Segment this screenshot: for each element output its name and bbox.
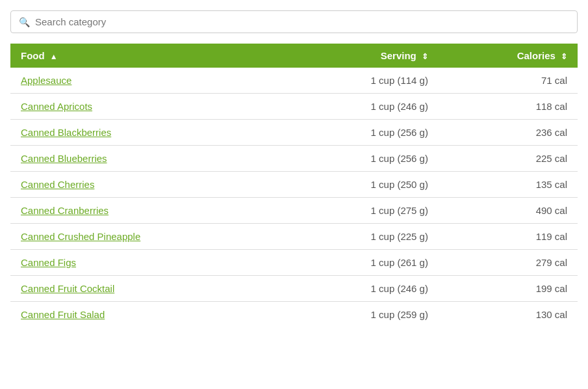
calories-cell: 118 cal [439,94,578,120]
serving-cell: 1 cup (114 g) [285,68,439,94]
col-header-serving[interactable]: Serving ⇕ [285,44,439,68]
table-row: Canned Cranberries1 cup (275 g)490 cal [10,198,578,224]
calories-cell: 279 cal [439,250,578,276]
food-cell: Applesauce [10,68,285,94]
food-link[interactable]: Canned Fruit Cocktail [21,283,114,294]
col-serving-label: Serving [381,50,416,61]
serving-cell: 1 cup (256 g) [285,146,439,172]
food-link[interactable]: Canned Fruit Salad [21,309,105,320]
food-link[interactable]: Canned Blueberries [21,153,107,164]
food-cell: Canned Crushed Pineapple [10,224,285,250]
serving-cell: 1 cup (250 g) [285,172,439,198]
food-link[interactable]: Canned Crushed Pineapple [21,231,140,242]
calories-cell: 490 cal [439,198,578,224]
table-row: Canned Blueberries1 cup (256 g)225 cal [10,146,578,172]
serving-cell: 1 cup (275 g) [285,198,439,224]
col-header-calories[interactable]: Calories ⇕ [439,44,578,68]
food-cell: Canned Figs [10,250,285,276]
table-row: Canned Apricots1 cup (246 g)118 cal [10,94,578,120]
table-row: Canned Figs1 cup (261 g)279 cal [10,250,578,276]
food-link[interactable]: Canned Cranberries [21,205,109,216]
col-food-label: Food [21,50,45,61]
food-table: Food ▲ Serving ⇕ Calories ⇕ Applesauce1 … [10,44,578,327]
calories-cell: 135 cal [439,172,578,198]
calories-cell: 130 cal [439,302,578,328]
food-link[interactable]: Applesauce [21,75,71,86]
food-link[interactable]: Canned Apricots [21,101,92,112]
table-row: Applesauce1 cup (114 g)71 cal [10,68,578,94]
food-cell: Canned Cranberries [10,198,285,224]
calories-cell: 119 cal [439,224,578,250]
table-row: Canned Fruit Cocktail1 cup (246 g)199 ca… [10,276,578,302]
table-body: Applesauce1 cup (114 g)71 calCanned Apri… [10,68,578,327]
table-row: Canned Crushed Pineapple1 cup (225 g)119… [10,224,578,250]
food-cell: Canned Blueberries [10,146,285,172]
serving-cell: 1 cup (256 g) [285,120,439,146]
food-link[interactable]: Canned Cherries [21,179,94,190]
calories-sort-icon: ⇕ [561,52,567,61]
col-header-food[interactable]: Food ▲ [10,44,285,68]
table-header: Food ▲ Serving ⇕ Calories ⇕ [10,44,578,68]
search-icon: 🔍 [19,17,30,27]
search-input[interactable] [35,16,569,27]
food-cell: Canned Fruit Cocktail [10,276,285,302]
food-cell: Canned Cherries [10,172,285,198]
food-cell: Canned Apricots [10,94,285,120]
calories-cell: 71 cal [439,68,578,94]
serving-cell: 1 cup (225 g) [285,224,439,250]
food-cell: Canned Blackberries [10,120,285,146]
col-calories-label: Calories [517,50,556,61]
serving-cell: 1 cup (261 g) [285,250,439,276]
serving-cell: 1 cup (246 g) [285,94,439,120]
food-link[interactable]: Canned Blackberries [21,127,111,138]
food-cell: Canned Fruit Salad [10,302,285,328]
serving-cell: 1 cup (246 g) [285,276,439,302]
table-row: Canned Fruit Salad1 cup (259 g)130 cal [10,302,578,328]
table-row: Canned Cherries1 cup (250 g)135 cal [10,172,578,198]
food-link[interactable]: Canned Figs [21,257,76,268]
table-row: Canned Blackberries1 cup (256 g)236 cal [10,120,578,146]
serving-cell: 1 cup (259 g) [285,302,439,328]
calories-cell: 199 cal [439,276,578,302]
calories-cell: 225 cal [439,146,578,172]
serving-sort-icon: ⇕ [422,52,428,61]
food-sort-icon: ▲ [50,52,58,61]
search-bar[interactable]: 🔍 [10,10,578,33]
calories-cell: 236 cal [439,120,578,146]
